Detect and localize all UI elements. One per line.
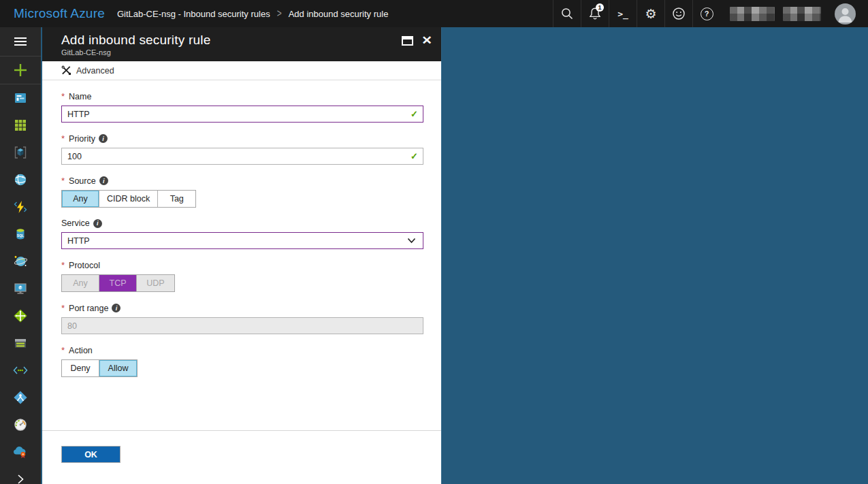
blade-title: Add inbound security rule [61,33,441,48]
sidebar-item-resource-groups[interactable] [0,139,41,166]
load-balancer-icon [13,308,28,323]
dimmed-portal-background [441,27,868,484]
tools-icon [61,65,71,76]
source-option-cidr[interactable]: CIDR block [99,191,158,207]
breadcrumb: GitLab-CE-nsg - Inbound security rules >… [117,9,388,19]
azure-ad-icon [13,390,28,405]
advisor-icon [12,445,29,459]
action-option-allow[interactable]: Allow [99,360,137,376]
rule-form: * Name ✓ * Priority i ✓ * Sour [42,80,441,377]
person-icon [835,3,856,25]
name-input[interactable] [61,106,423,123]
sidebar-expand-button[interactable] [0,466,41,484]
search-icon [560,6,575,21]
required-marker: * [61,133,65,144]
sidebar-item-load-balancers[interactable] [0,302,41,329]
sidebar-item-advisor[interactable] [0,438,41,466]
required-marker: * [61,260,65,270]
field-service: Service i HTTP [61,219,422,249]
name-label: * Name [61,91,422,101]
sidebar-item-virtual-networks[interactable] [0,357,41,384]
notifications-button[interactable]: 1 [581,0,609,27]
advanced-button[interactable]: Advanced [61,65,114,76]
virtual-machine-icon [13,281,28,296]
blade-subtitle: GitLab-CE-nsg [61,48,441,57]
field-protocol: * Protocol Any TCP UDP [61,260,422,292]
sql-database-icon: SQL [13,227,28,242]
required-marker: * [61,91,65,101]
source-option-any[interactable]: Any [62,191,99,207]
required-marker: * [61,176,65,186]
feedback-button[interactable] [664,0,692,27]
sidebar-item-azure-ad[interactable] [0,384,41,411]
svg-text:SQL: SQL [17,233,24,238]
source-label: * Source i [61,176,422,186]
priority-input[interactable] [61,148,423,165]
sidebar-item-sql-databases[interactable]: SQL [0,221,41,248]
info-icon[interactable]: i [93,219,102,228]
sidebar-item-new[interactable] [0,57,41,84]
protocol-label: * Protocol [61,260,422,270]
sidebar-item-function-apps[interactable] [0,193,41,221]
field-name: * Name ✓ [61,91,422,123]
info-icon[interactable]: i [99,176,108,185]
cloud-shell-icon: >_ [617,9,628,19]
sidebar-item-dashboard[interactable] [0,84,41,112]
left-sidebar: SQL [0,27,41,484]
cloud-shell-button[interactable]: >_ [609,0,637,27]
field-priority: * Priority i ✓ [61,133,422,165]
sidebar-item-monitor[interactable] [0,411,41,438]
service-dropdown[interactable]: HTTP [61,232,423,249]
redacted-directory-name [783,7,821,21]
sidebar-hamburger-button[interactable] [0,27,41,56]
maximize-icon[interactable] [402,36,413,46]
advanced-label: Advanced [76,66,114,76]
ok-button[interactable]: OK [61,446,120,463]
service-selected-value: HTTP [67,236,407,246]
cube-brackets-icon [13,145,28,160]
cosmos-db-icon [13,254,28,269]
azure-logo[interactable]: Microsoft Azure [14,6,105,21]
help-button[interactable]: ? [692,0,720,27]
close-icon[interactable]: ✕ [421,36,432,46]
avatar[interactable] [835,3,856,25]
field-action: * Action Deny Allow [61,345,422,377]
blade-footer: OK [42,430,441,484]
protocol-toggle-group: Any TCP UDP [61,274,175,292]
required-marker: * [61,303,65,313]
storage-icon [13,336,28,351]
port-range-label: * Port range i [61,303,422,313]
plus-icon [12,62,29,78]
notification-count-badge: 1 [596,3,604,12]
sidebar-item-storage-accounts[interactable] [0,329,41,357]
search-button[interactable] [553,0,581,27]
required-marker: * [61,345,65,355]
lightning-icon [13,199,28,214]
top-bar: Microsoft Azure GitLab-CE-nsg - Inbound … [0,0,868,27]
info-icon[interactable]: i [112,304,120,312]
virtual-network-icon [12,363,29,378]
gear-icon: ⚙ [645,7,656,20]
sidebar-item-virtual-machines[interactable] [0,275,41,302]
source-option-tag[interactable]: Tag [158,191,195,207]
redacted-user-name [730,7,775,21]
sidebar-item-app-services[interactable] [0,166,41,193]
blade-toolbar: Advanced [42,61,441,80]
action-option-deny[interactable]: Deny [62,360,99,376]
breadcrumb-item-add-rule[interactable]: Add inbound security rule [289,9,389,19]
sidebar-item-all-resources[interactable] [0,112,41,139]
globe-icon [13,172,28,187]
valid-check-icon: ✓ [411,151,418,161]
blade-header: Add inbound security rule GitLab-CE-nsg … [42,27,441,61]
priority-label: * Priority i [61,133,422,144]
smiley-icon [671,6,686,21]
action-label: * Action [61,345,422,355]
grid-icon [13,118,28,133]
service-label: Service i [61,219,422,228]
settings-button[interactable]: ⚙ [637,0,664,27]
field-port-range: * Port range i [61,303,422,334]
breadcrumb-item-nsg[interactable]: GitLab-CE-nsg - Inbound security rules [117,9,270,19]
monitor-gauge-icon [13,417,28,432]
info-icon[interactable]: i [99,134,108,143]
sidebar-item-cosmos-db[interactable] [0,248,41,275]
